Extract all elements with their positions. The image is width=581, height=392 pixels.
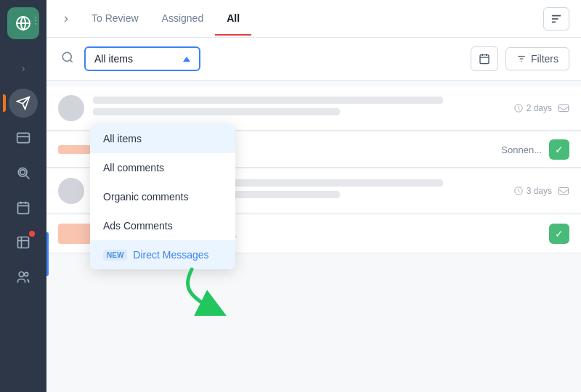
green-arrow-indicator [177,262,235,323]
dropdown-selected-label: All items [94,53,133,65]
time-label: 3 days [527,186,552,196]
sidebar-item-back[interactable]: › [9,54,38,83]
svg-rect-22 [480,55,489,64]
items-filter-dropdown[interactable]: All items [84,46,200,71]
sidebar-item-team[interactable] [9,263,38,292]
svg-point-15 [19,272,24,277]
dropdown-item-ads-comments[interactable]: Ads Comments [90,211,235,240]
dropdown-item-all-items[interactable]: All items [90,124,235,153]
row-time: 3 days [513,186,552,196]
tab-all[interactable]: All [215,2,251,36]
svg-rect-12 [18,237,29,248]
tab-list: To Review Assigned All [80,2,537,36]
svg-line-6 [26,176,30,179]
tab-assigned[interactable]: Assigned [150,2,216,36]
svg-point-16 [25,272,28,276]
top-navigation: › To Review Assigned All [46,0,581,38]
dropdown-arrow-icon [183,57,190,62]
dropdown-item-all-comments[interactable]: All comments [90,153,235,182]
check-badge-2: ✓ [549,224,569,244]
content-area: 2 days Sonnen... ✓ [46,81,581,392]
row-name-label: Sonnen... [501,144,542,155]
svg-rect-8 [18,203,29,213]
tab-to-review[interactable]: To Review [80,2,150,36]
sidebar-item-inbox[interactable] [9,123,38,152]
avatar [58,178,84,204]
row-time: 2 days [513,103,552,113]
filters-label: Filters [531,53,558,65]
sidebar-item-search[interactable] [9,158,38,187]
sidebar-item-messages[interactable] [9,89,38,118]
filters-button[interactable]: Filters [505,47,569,70]
row-meta: 3 days [513,186,569,196]
svg-line-21 [70,60,72,62]
svg-point-7 [20,170,25,175]
row-content [93,97,505,120]
toolbar: All items Filters [46,38,581,81]
row-text-primary [93,97,443,104]
sidebar: ⋮ › [0,0,46,392]
main-content: › To Review Assigned All All items Filte… [46,0,581,392]
sidebar-item-tasks[interactable] [9,228,38,257]
svg-rect-4 [17,133,30,142]
row-meta: 2 days [513,103,569,113]
dropdown-menu: All items All comments Organic comments … [90,124,235,269]
search-icon[interactable] [58,48,77,70]
dropdown-item-organic-comments[interactable]: Organic comments [90,182,235,211]
svg-point-20 [62,52,71,61]
avatar [58,95,84,121]
back-chevron[interactable]: › [58,8,74,29]
sidebar-item-calendar[interactable] [9,193,38,222]
row-text-secondary [93,108,340,115]
sort-button[interactable] [543,7,569,30]
check-badge: ✓ [549,139,569,160]
time-label: 2 days [527,103,552,113]
sidebar-more-dots[interactable]: ⋮ [31,15,42,26]
calendar-view-button[interactable] [471,46,498,71]
new-badge: NEW [103,250,127,261]
